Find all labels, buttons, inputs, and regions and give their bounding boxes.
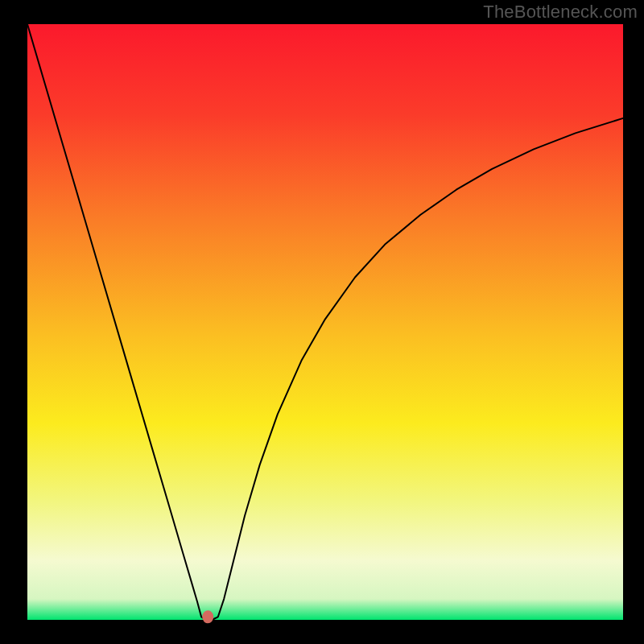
watermark-text: TheBottleneck.com	[483, 2, 638, 23]
chart-plot-background	[27, 24, 623, 620]
chart-container: TheBottleneck.com	[0, 0, 644, 644]
bottleneck-chart	[0, 0, 644, 644]
chart-marker-dot	[202, 610, 213, 623]
